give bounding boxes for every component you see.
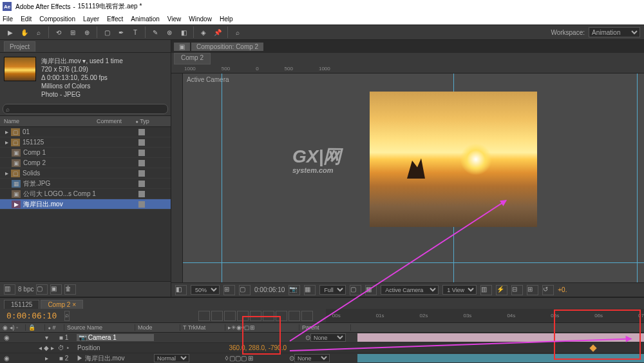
search-tool[interactable]: ⌕ — [231, 26, 244, 39]
hand-tool[interactable]: ✋ — [18, 26, 31, 39]
grid-btn[interactable]: ⊞ — [223, 285, 235, 295]
menu-help[interactable]: Help — [220, 15, 233, 23]
menu-window[interactable]: Window — [189, 15, 212, 23]
project-footer: ▥ 8 bpc ▢ ▣ 🗑 — [0, 281, 171, 297]
roi-btn[interactable]: ▢ — [350, 285, 361, 295]
project-columns: Name Comment ⬥ Typ — [0, 115, 171, 127]
pixel-aspect-btn[interactable]: ▥ — [480, 285, 492, 295]
current-timecode[interactable]: 0:00:06:10 — [0, 311, 63, 320]
menubar: File Edit Composition Layer Effect Anima… — [0, 13, 644, 25]
rect-tool[interactable]: ▢ — [100, 26, 113, 39]
type-tool[interactable]: T — [129, 26, 142, 39]
snapshot-btn[interactable]: 📷 — [289, 285, 300, 295]
asset-info: 海岸日出.mov ▾, used 1 time 720 x 576 (1.09)… — [41, 57, 123, 99]
workspace-select[interactable]: Animation — [589, 27, 640, 37]
property-row[interactable]: ◂ ◆ ▸ ⏱ ▹ Position 360.0, 288.0, -790.0 — [0, 343, 644, 353]
app-icon: Ae — [3, 2, 12, 11]
app-title: Adobe After Effects — [15, 3, 70, 10]
layer-row[interactable]: ◉ ▸ ■ 2 ▶ 海岸日出.mov Normal ◊▢▢▢⊞ ⊙ None — [0, 353, 644, 363]
workspace-label: Workspace: — [551, 29, 585, 36]
timeline-tab[interactable]: 151125 — [4, 300, 39, 309]
search-layers-btn[interactable]: ⌕ — [64, 311, 70, 321]
bpc-label[interactable]: 8 bpc — [18, 286, 33, 293]
view-select[interactable]: Active Camera — [381, 285, 439, 295]
channel-btn[interactable]: ▦ — [304, 285, 316, 295]
list-item[interactable]: ▸▢Solids — [0, 168, 171, 179]
parent-select[interactable]: None — [310, 333, 346, 342]
reset-exp-btn[interactable]: ↺ — [542, 285, 554, 295]
fast-preview-btn[interactable]: ⚡ — [496, 285, 507, 295]
exposure-value[interactable]: +0. — [558, 286, 567, 293]
delete-btn[interactable]: 🗑 — [64, 284, 76, 295]
list-item[interactable]: ▶海岸日出.mov — [0, 199, 171, 210]
menu-effect[interactable]: Effect — [107, 15, 123, 23]
titlebar: Ae Adobe After Effects - 151119电视背景.aep … — [0, 0, 644, 13]
menu-view[interactable]: View — [167, 15, 182, 23]
list-item[interactable]: ▣Comp 2 — [0, 158, 171, 168]
timeline-btn[interactable]: ⊟ — [511, 285, 523, 295]
menu-file[interactable]: File — [3, 15, 13, 23]
property-name: Position — [77, 344, 100, 351]
new-folder-btn[interactable]: ▢ — [36, 284, 48, 295]
graph-btn[interactable] — [289, 311, 300, 321]
region-btn[interactable]: ◧ — [175, 285, 187, 295]
preview-time[interactable]: 0:00:06:10 — [254, 286, 285, 293]
timeline-tab[interactable]: Comp 2 × — [41, 300, 83, 309]
annotation-box — [554, 309, 641, 360]
asset-thumbnail — [4, 57, 36, 81]
flowchart-btn[interactable]: ⊞ — [527, 285, 538, 295]
composition-panel: ▣ Composition: Comp 2 Comp 2 10005000500… — [171, 40, 644, 297]
new-comp-btn[interactable]: ▣ — [50, 284, 62, 295]
watermark: GX|网 system.com — [292, 144, 341, 174]
project-items: ▸▢01 ▸▢151125 ▣Comp 1 ▣Comp 2 ▸▢Solids ▦… — [0, 127, 171, 281]
parent-select[interactable]: None — [294, 354, 330, 362]
comp-mini-btn[interactable] — [198, 311, 210, 321]
toolbar: ▶ ✋ ⌕ ⟲ ⊞ ⊕ ▢ ✒ T ✎ ⊛ ◧ ◈ 📌 ⌕ Workspace:… — [0, 25, 644, 40]
list-item[interactable]: ▸▢01 — [0, 127, 171, 137]
viewport[interactable]: Active Camera GX|网 system.com — [171, 74, 644, 282]
project-search[interactable]: ⌕ — [3, 104, 168, 114]
mask-btn[interactable]: ▢ — [239, 285, 251, 295]
comp-crumb[interactable]: Composition: Comp 2 — [191, 43, 263, 51]
menu-layer[interactable]: Layer — [83, 15, 99, 23]
shy-btn[interactable] — [224, 311, 236, 321]
preview-image — [370, 92, 537, 227]
zoom-tool[interactable]: ⌕ — [32, 26, 45, 39]
eraser-tool[interactable]: ◧ — [177, 26, 190, 39]
menu-edit[interactable]: Edit — [21, 15, 32, 23]
list-item[interactable]: ▣公司大 LOGO...s Comp 1 — [0, 189, 171, 199]
list-item[interactable]: ▸▢151125 — [0, 137, 171, 148]
comp-crumb-icon[interactable]: ▣ — [174, 43, 190, 51]
camera-label: Active Camera — [187, 76, 229, 83]
timeline-panel: 151125 Comp 2 × 0:00:06:10 ⌕ 00s01s02s03… — [0, 297, 644, 363]
auto-kf-btn[interactable] — [301, 311, 313, 321]
menu-animation[interactable]: Animation — [131, 15, 159, 23]
annotation-box — [242, 316, 281, 355]
pan-behind-tool[interactable]: ⊕ — [80, 26, 93, 39]
menu-composition[interactable]: Composition — [39, 15, 75, 23]
interpret-btn[interactable]: ▥ — [4, 284, 15, 295]
project-panel: Project 海岸日出.mov ▾, used 1 time 720 x 57… — [0, 40, 171, 297]
layer-name: 📷 Camera 1 — [77, 334, 154, 341]
clone-tool[interactable]: ⊛ — [163, 26, 176, 39]
draft3d-btn[interactable] — [211, 311, 223, 321]
comp-footer: ◧ 50% ⊞ ▢ 0:00:06:10 📷 ▦ Full ▢ ▦ Active… — [171, 282, 644, 297]
list-item[interactable]: ▦背景.JPG — [0, 179, 171, 189]
project-tab[interactable]: Project — [4, 41, 35, 52]
ruler-horizontal: 100050005001000 — [171, 64, 644, 74]
rotate-tool[interactable]: ⟲ — [52, 26, 65, 39]
list-item[interactable]: ▣Comp 1 — [0, 148, 171, 158]
search-icon: ⌕ — [6, 106, 10, 113]
zoom-select[interactable]: 50% — [191, 285, 220, 295]
comp-subtab[interactable]: Comp 2 — [174, 53, 211, 64]
brush-tool[interactable]: ✎ — [149, 26, 162, 39]
views-count-select[interactable]: 1 View — [442, 285, 477, 295]
pen-tool[interactable]: ✒ — [115, 26, 128, 39]
resolution-select[interactable]: Full — [319, 285, 346, 295]
camera-tool[interactable]: ⊞ — [66, 26, 79, 39]
roto-tool[interactable]: ◈ — [197, 26, 210, 39]
puppet-tool[interactable]: 📌 — [211, 26, 224, 39]
selection-tool[interactable]: ▶ — [4, 26, 17, 39]
layer-name: ▶ 海岸日出.mov — [77, 354, 154, 363]
mode-select[interactable]: Normal — [154, 354, 189, 362]
